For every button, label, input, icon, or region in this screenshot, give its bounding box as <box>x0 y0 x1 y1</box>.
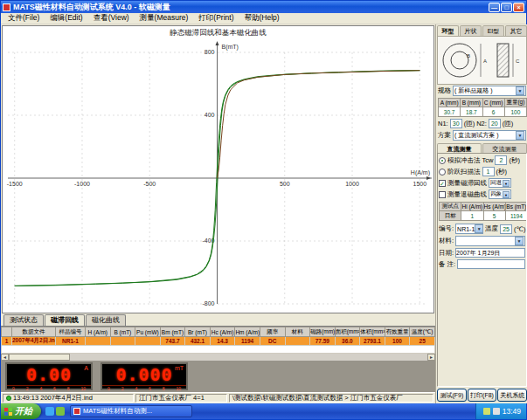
tab-ei[interactable]: EI型 <box>482 25 504 36</box>
close-button[interactable]: × <box>513 3 524 12</box>
temperature-input[interactable] <box>500 224 512 234</box>
status-factory: 江门市五金仪表厂 4=1 <box>135 394 227 403</box>
chevron-down-icon[interactable]: ▼ <box>516 131 524 140</box>
app-icon <box>73 408 80 415</box>
menu-print[interactable]: 打印(Print) <box>193 13 239 24</box>
dim-label-a: A <box>483 59 487 64</box>
demag-mode-combo[interactable]: 四象▼ <box>489 189 511 199</box>
ready-indicator-icon <box>6 396 11 401</box>
col-sample-no[interactable]: 样品编号 <box>56 327 86 337</box>
col-hm[interactable]: Hm (A/m) <box>235 327 260 337</box>
browser-icon[interactable] <box>45 407 54 416</box>
measure-tabs: 直流测量 交流测量 <box>436 141 527 153</box>
tab-other[interactable]: 其它 <box>505 25 527 36</box>
chevron-down-icon[interactable]: ▼ <box>503 191 510 198</box>
scroll-right-icon[interactable]: ► <box>427 354 435 361</box>
col-temp[interactable]: 温度(℃) <box>410 327 435 337</box>
col-pu[interactable]: Pu (mW) <box>135 327 161 337</box>
step-scan-method-radio[interactable] <box>439 169 446 176</box>
plan-combo[interactable]: ( 直流测试方案 )▼ <box>453 130 526 141</box>
hi-target-value[interactable]: 1 <box>461 211 483 221</box>
tray-volume-icon[interactable] <box>493 408 500 415</box>
shape-tabs: 环型 片状 EI型 其它 <box>436 24 527 36</box>
dim-c-value[interactable]: 6 <box>482 107 504 117</box>
hs-target-value[interactable]: 5 <box>483 211 505 221</box>
col-br[interactable]: Br (mT) <box>185 327 211 337</box>
svg-text:1500: 1500 <box>413 181 426 187</box>
titlebar[interactable]: MATS磁性材料自动测试系统 V4.0 - 软磁测量 — □ × <box>1 1 526 13</box>
maximize-button[interactable]: □ <box>501 3 512 12</box>
date-label: 日期: <box>439 249 454 258</box>
print-button[interactable]: 打印(F8) <box>468 389 497 402</box>
col-index[interactable] <box>2 327 12 337</box>
note-input[interactable] <box>457 259 525 269</box>
chevron-down-icon[interactable]: ▼ <box>515 237 524 245</box>
demag-checkbox[interactable] <box>439 191 446 198</box>
col-material[interactable]: 材料 <box>285 327 310 337</box>
tcw-input[interactable] <box>495 155 507 165</box>
dim-b-value[interactable]: 18.7 <box>461 107 482 117</box>
scroll-thumb[interactable] <box>9 354 70 361</box>
n1-input[interactable] <box>450 119 462 128</box>
menu-file[interactable]: 文件(File) <box>3 13 45 24</box>
tab-test-status[interactable]: 测试状态 <box>3 314 44 326</box>
material-combo[interactable]: ▼ <box>455 236 525 246</box>
table-row[interactable]: 1 2007年4月2日.ind NR1-1 743.7 432.1 14.3 1… <box>2 337 435 346</box>
col-volume[interactable]: 体积(mm³) <box>360 327 385 337</box>
chevron-down-icon[interactable]: ▼ <box>475 224 483 233</box>
window-title: MATS磁性材料自动测试系统 V4.0 - 软磁测量 <box>13 2 170 13</box>
spec-combo[interactable]: ( 新样品规格 )▼ <box>453 86 526 96</box>
tray-im-icon[interactable] <box>483 408 490 415</box>
menubar: 文件(File) 编辑(Edit) 查看(View) 测量(Measure) 打… <box>1 13 526 24</box>
loop-mode-combo[interactable]: 回退▼ <box>489 178 511 188</box>
tab-dc-measure[interactable]: 直流测量 <box>437 143 482 153</box>
scan-time-input[interactable] <box>482 167 495 176</box>
col-bm[interactable]: Bm (mT) <box>160 327 185 337</box>
n1-label: N1: <box>438 120 448 127</box>
tab-hysteresis-loop[interactable]: 磁滞回线 <box>45 314 85 326</box>
n2-input[interactable] <box>489 119 501 128</box>
impulse-method-radio[interactable] <box>439 157 446 164</box>
clock[interactable]: 13:49 <box>503 407 521 416</box>
scroll-left-icon[interactable]: ◄ <box>1 354 9 361</box>
menu-view[interactable]: 查看(View) <box>88 13 135 24</box>
sample-no-combo[interactable]: NR1-1▼ <box>455 224 483 234</box>
svg-text:-800: -800 <box>202 300 214 306</box>
col-weight[interactable]: 有效重量 <box>385 327 410 337</box>
start-button[interactable]: 开始 <box>1 403 41 419</box>
col-path-len[interactable]: 磁路(mm) <box>310 327 336 337</box>
status-file: 13:49:13 2007年4月2日.ind <box>3 394 134 403</box>
loop-checkbox[interactable]: ✓ <box>439 180 446 187</box>
shutdown-button[interactable]: 关机系统 <box>497 389 527 402</box>
col-freq[interactable]: 频率 <box>260 327 285 337</box>
chevron-down-icon[interactable]: ▼ <box>503 180 510 187</box>
col-h[interactable]: H (A/m) <box>86 327 111 337</box>
app-icon <box>3 3 10 11</box>
col-area[interactable]: 面积(mm²) <box>335 327 360 337</box>
dim-a-value[interactable]: 30.7 <box>439 107 461 117</box>
taskbar-app-button[interactable]: MATS磁性材料自动测... <box>70 405 192 417</box>
tab-magnetization-curve[interactable]: 磁化曲线 <box>86 314 126 326</box>
col-hc[interactable]: Hc (A/m) <box>210 327 235 337</box>
menu-help[interactable]: 帮助(Help) <box>239 13 284 24</box>
menu-edit[interactable]: 编辑(Edit) <box>45 13 87 24</box>
hysteresis-chart: -1500-1000-50050010001500800400-400-800B… <box>3 38 433 313</box>
test-points-table: 测试点 Hi (A/m) Hs (A/m) Bs (mT) 目标 1 5 119… <box>439 202 527 221</box>
material-label: 材料: <box>439 237 454 245</box>
tab-toroid[interactable]: 环型 <box>437 25 459 36</box>
menu-measure[interactable]: 测量(Measure) <box>135 13 194 24</box>
col-b[interactable]: B (mT) <box>110 327 135 337</box>
col-datafile[interactable]: 数据文件 <box>12 327 56 337</box>
table-row-empty[interactable] <box>2 346 435 354</box>
minimize-button[interactable]: — <box>489 3 500 12</box>
chart-panel: 静态磁滞回线和基本磁化曲线 -1500-1000-500500100015008… <box>2 25 434 313</box>
horizontal-scrollbar[interactable]: ◄ ► <box>1 354 435 361</box>
chevron-down-icon[interactable]: ▼ <box>516 86 524 95</box>
test-button[interactable]: 测试(F9) <box>437 389 467 402</box>
desktop-icon[interactable] <box>56 407 65 416</box>
tab-ac-measure[interactable]: 交流测量 <box>482 143 527 153</box>
dim-w-value[interactable]: 100 <box>504 107 526 117</box>
tab-sheet[interactable]: 片状 <box>460 25 482 36</box>
bs-target-value[interactable]: 1194 <box>505 211 527 221</box>
date-input[interactable] <box>455 248 525 258</box>
